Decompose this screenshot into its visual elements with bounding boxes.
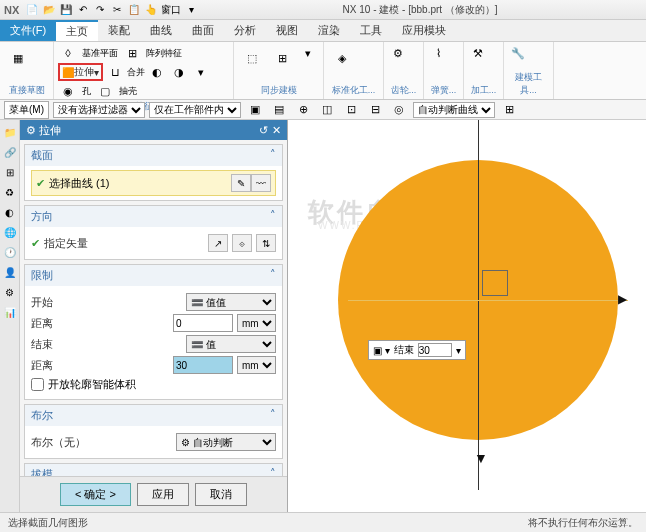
nav-system-icon[interactable]: ⚙ — [2, 284, 18, 300]
collapse-icon[interactable]: ˄ — [270, 408, 276, 423]
save-icon[interactable]: 💾 — [59, 3, 73, 17]
menu-bar: 文件(F) 主页 装配 曲线 曲面 分析 视图 渲染 工具 应用模块 — [0, 20, 646, 42]
unite-icon[interactable]: ⊔ — [105, 63, 125, 81]
gear-icon[interactable]: ⚙ — [388, 44, 408, 62]
dialog-body: 截面˄ ✔选择曲线 (1) ✎〰 方向˄ ✔ 指定矢量 ↗ ⟐ — [20, 140, 287, 476]
redo-icon[interactable]: ↷ — [93, 3, 107, 17]
tab-home[interactable]: 主页 — [56, 20, 98, 41]
curve-rule[interactable]: 自动判断曲线 — [413, 102, 495, 118]
cut-icon[interactable]: ✂ — [110, 3, 124, 17]
selection-filter[interactable]: 没有选择过滤器 — [53, 102, 145, 118]
dropdown-icon[interactable]: ▾ — [184, 3, 198, 17]
select-curve-row[interactable]: ✔选择曲线 (1) ✎〰 — [31, 170, 276, 196]
vector-auto-icon[interactable]: ⟐ — [232, 234, 252, 252]
vector-icon[interactable]: ↗ — [208, 234, 228, 252]
end-type[interactable]: 🟰 值 — [186, 335, 276, 353]
group-sync: 同步建模 — [238, 84, 319, 97]
status-right: 将不执行任何布尔运算。 — [528, 516, 638, 530]
tab-tools[interactable]: 工具 — [350, 20, 392, 41]
surface-icon[interactable]: ◈ — [328, 44, 356, 72]
arrow-right-icon: ▶ — [618, 292, 627, 306]
start-type[interactable]: 🟰 值值 — [186, 293, 276, 311]
collapse-icon[interactable]: ˄ — [270, 209, 276, 224]
tab-app[interactable]: 应用模块 — [392, 20, 456, 41]
filter-icon-3[interactable]: ⊕ — [293, 101, 313, 119]
collapse-icon[interactable]: ˄ — [270, 148, 276, 163]
edge-blend-icon[interactable]: ◐ — [147, 63, 167, 81]
sketch-icon[interactable]: ▦ — [4, 44, 32, 72]
reset-icon[interactable]: ↺ — [259, 124, 268, 136]
datum-icon[interactable]: ◊ — [58, 44, 78, 62]
open-profile-checkbox[interactable] — [31, 378, 44, 391]
sketch-section-icon[interactable]: ✎ — [231, 174, 251, 192]
pattern-icon[interactable]: ⊞ — [122, 44, 142, 62]
cube-icon[interactable]: ▣ ▾ — [373, 345, 390, 356]
hole-icon[interactable]: ◉ — [58, 82, 78, 100]
apply-button[interactable]: 应用 — [137, 483, 189, 506]
filter-icon-5[interactable]: ⊡ — [341, 101, 361, 119]
spring-icon[interactable]: ⌇ — [428, 44, 448, 62]
app-brand: NX — [4, 4, 19, 16]
more-icon[interactable]: ▾ — [191, 63, 211, 81]
ribbon: ▦ 直接草图 ◊基准平面 ⊞阵列特征 🟧 拉伸 ▾ ⊔合并 ◐ ◑ ▾ ◉孔 ▢… — [0, 42, 646, 100]
file-menu[interactable]: 文件(F) — [0, 20, 56, 41]
tab-view[interactable]: 视图 — [266, 20, 308, 41]
dynamic-input[interactable]: ▣ ▾ 结束 ▾ — [368, 340, 466, 360]
dropdown-icon[interactable]: ▾ — [456, 345, 461, 356]
face-blend-icon[interactable]: ◑ — [169, 63, 189, 81]
nav-part-icon[interactable]: 📁 — [2, 124, 18, 140]
nav-constraint-icon[interactable]: ⊞ — [2, 164, 18, 180]
collapse-icon[interactable]: ˄ — [270, 467, 276, 476]
filter-icon-1[interactable]: ▣ — [245, 101, 265, 119]
collapse-icon[interactable]: ˄ — [270, 268, 276, 283]
scope-filter[interactable]: 仅在工作部件内 — [149, 102, 241, 118]
work-area: 📁 🔗 ⊞ ♻ ◐ 🌐 🕐 👤 ⚙ 📊 ⚙ 拉伸 ↺✕ 截面˄ ✔选择曲线 (1… — [0, 120, 646, 512]
filter-icon-2[interactable]: ▤ — [269, 101, 289, 119]
section-boolean: 布尔˄ 布尔（无）⚙ 自动判断 — [24, 404, 283, 459]
shell-icon[interactable]: ▢ — [95, 82, 115, 100]
nav-reuse-icon[interactable]: ♻ — [2, 184, 18, 200]
open-icon[interactable]: 📂 — [42, 3, 56, 17]
touch-icon[interactable]: 👆 — [144, 3, 158, 17]
tab-render[interactable]: 渲染 — [308, 20, 350, 41]
tab-assembly[interactable]: 装配 — [98, 20, 140, 41]
close-icon[interactable]: ✕ — [272, 124, 281, 136]
boolean-select[interactable]: ⚙ 自动判断 — [176, 433, 276, 451]
reverse-icon[interactable]: ⇅ — [256, 234, 276, 252]
tab-curve[interactable]: 曲线 — [140, 20, 182, 41]
window-menu[interactable]: 窗口 — [161, 3, 181, 17]
tab-surface[interactable]: 曲面 — [182, 20, 224, 41]
new-icon[interactable]: 📄 — [25, 3, 39, 17]
tab-analysis[interactable]: 分析 — [224, 20, 266, 41]
graphics-canvas[interactable]: 软件自学网 WWW.RJZXW.COM ▼ ▶ ▣ ▾ 结束 ▾ — [288, 120, 646, 512]
extrude-button[interactable]: 🟧 拉伸 ▾ — [58, 63, 103, 81]
gear-icon[interactable]: ⚙ — [26, 124, 36, 136]
start-distance[interactable] — [173, 314, 233, 332]
filter-icon-6[interactable]: ⊟ — [365, 101, 385, 119]
nav-assy-icon[interactable]: 🔗 — [2, 144, 18, 160]
filter-icon-7[interactable]: ◎ — [389, 101, 409, 119]
section-draft: 拔模˄ 拔模无 — [24, 463, 283, 476]
nav-browser-icon[interactable]: 🌐 — [2, 224, 18, 240]
filter-icon-4[interactable]: ◫ — [317, 101, 337, 119]
sync-more-icon[interactable]: ⊞ — [268, 44, 296, 72]
nav-history-icon[interactable]: 🕐 — [2, 244, 18, 260]
ok-button[interactable]: < 确定 > — [60, 483, 131, 506]
nav-roles-icon[interactable]: 👤 — [2, 264, 18, 280]
end-distance[interactable] — [173, 356, 233, 374]
menu-button[interactable]: 菜单(M) — [4, 101, 49, 119]
move-face-icon[interactable]: ⬚ — [238, 44, 266, 72]
cancel-button[interactable]: 取消 — [195, 483, 247, 506]
end-unit[interactable]: mm — [237, 356, 276, 374]
filter-icon-8[interactable]: ⊞ — [499, 101, 519, 119]
more2-icon[interactable]: ▾ — [298, 44, 318, 62]
nav-sim-icon[interactable]: 📊 — [2, 304, 18, 320]
machining-icon[interactable]: ⚒ — [468, 44, 488, 62]
copy-icon[interactable]: 📋 — [127, 3, 141, 17]
start-unit[interactable]: mm — [237, 314, 276, 332]
curve-icon[interactable]: 〰 — [251, 174, 271, 192]
modeling-tools-icon[interactable]: 🔧 — [508, 44, 528, 62]
dynamic-end-value[interactable] — [418, 343, 452, 357]
nav-hd3d-icon[interactable]: ◐ — [2, 204, 18, 220]
undo-icon[interactable]: ↶ — [76, 3, 90, 17]
